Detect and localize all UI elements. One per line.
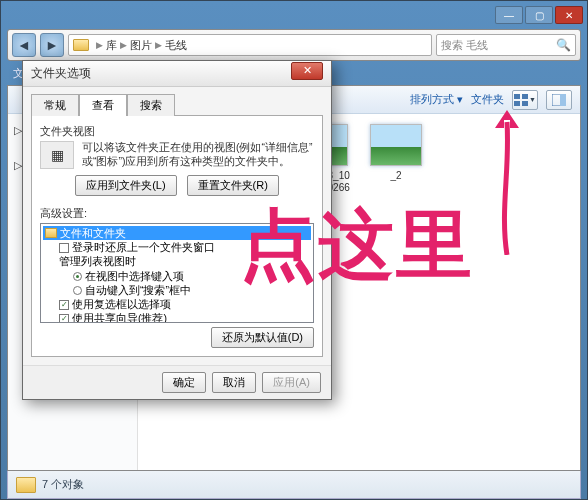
radio-icon (73, 286, 82, 295)
crumb[interactable]: 库 (106, 38, 117, 53)
svg-rect-2 (514, 101, 520, 106)
tree-item-label: 在视图中选择键入项 (85, 270, 184, 282)
file-name: _2 (366, 170, 426, 182)
view-grid-icon (514, 94, 528, 106)
advanced-label: 高级设置: (40, 206, 314, 221)
tree-item[interactable]: 自动键入到“搜索”框中 (59, 283, 311, 297)
arrange-by-link[interactable]: 排列方式 ▾ (410, 92, 463, 107)
tree-item[interactable]: ✓使用复选框以选择项 (59, 297, 311, 311)
tab-search[interactable]: 搜索 (127, 94, 175, 116)
section-title: 文件夹视图 (40, 124, 314, 139)
checkbox-icon (59, 243, 69, 253)
chevron-right-icon: ▶ (155, 40, 162, 50)
tree-item-label: 使用共享向导(推荐) (72, 312, 167, 323)
chevron-right-icon: ▶ (120, 40, 127, 50)
folder-icon (73, 39, 89, 51)
back-button[interactable]: ◄ (12, 33, 36, 57)
crumb[interactable]: 图片 (130, 38, 152, 53)
apply-to-folders-button[interactable]: 应用到文件夹(L) (75, 175, 176, 196)
tree-item-label: 自动键入到“搜索”框中 (85, 284, 191, 296)
nav-bar: ◄ ► ▶ 库 ▶ 图片 ▶ 毛线 搜索 毛线 🔍 (7, 29, 581, 61)
preview-pane-icon (552, 94, 566, 106)
cancel-button[interactable]: 取消 (212, 372, 256, 393)
folder-view-icon: ▦ (40, 141, 74, 169)
view-options-button[interactable]: ▼ (512, 90, 538, 110)
forward-button[interactable]: ► (40, 33, 64, 57)
tree-item-label: 管理列表视图时 (59, 255, 136, 267)
advanced-tree[interactable]: 文件和文件夹 登录时还原上一个文件夹窗口管理列表视图时在视图中选择键入项自动键入… (40, 223, 314, 323)
file-thumb[interactable]: _2 (366, 124, 426, 182)
tree-item-label: 登录时还原上一个文件夹窗口 (72, 241, 215, 253)
expand-icon: ▷ (14, 124, 22, 137)
ok-button[interactable]: 确定 (162, 372, 206, 393)
section-desc: 可以将该文件夹正在使用的视图(例如“详细信息”或“图标”)应用到所有这种类型的文… (82, 141, 314, 168)
status-bar: 7 个对象 (7, 471, 581, 499)
svg-rect-1 (522, 94, 528, 99)
folder-options-dialog: 文件夹选项 ✕ 常规 查看 搜索 文件夹视图 ▦ 可以将该文件夹正在使用的视图(… (22, 60, 332, 400)
tab-strip: 常规 查看 搜索 (23, 87, 331, 115)
tree-item[interactable]: 管理列表视图时 (59, 254, 311, 268)
chevron-down-icon: ▼ (529, 96, 536, 103)
svg-rect-3 (522, 101, 528, 106)
svg-rect-0 (514, 94, 520, 99)
radio-icon (73, 272, 82, 281)
folders-link[interactable]: 文件夹 (471, 92, 504, 107)
tree-item[interactable]: 登录时还原上一个文件夹窗口 (59, 240, 311, 254)
breadcrumb[interactable]: ▶ 库 ▶ 图片 ▶ 毛线 (68, 34, 432, 56)
restore-defaults-button[interactable]: 还原为默认值(D) (211, 327, 314, 348)
search-input[interactable]: 搜索 毛线 🔍 (436, 34, 576, 56)
tree-item[interactable]: ✓使用共享向导(推荐) (59, 311, 311, 323)
tab-panel-view: 文件夹视图 ▦ 可以将该文件夹正在使用的视图(例如“详细信息”或“图标”)应用到… (31, 115, 323, 357)
checkbox-icon: ✓ (59, 314, 69, 323)
close-button[interactable]: ✕ (555, 6, 583, 24)
image-thumb-icon (370, 124, 422, 166)
chevron-right-icon: ▶ (96, 40, 103, 50)
tree-root[interactable]: 文件和文件夹 (43, 226, 311, 240)
tree-root-label: 文件和文件夹 (60, 226, 126, 240)
search-icon: 🔍 (556, 38, 571, 52)
tree-item[interactable]: 在视图中选择键入项 (59, 269, 311, 283)
dialog-footer: 确定 取消 应用(A) (23, 365, 331, 399)
folder-icon (45, 228, 57, 238)
folder-icon (16, 477, 36, 493)
tree-item-label: 使用复选框以选择项 (72, 298, 171, 310)
tab-view[interactable]: 查看 (79, 94, 127, 116)
tab-general[interactable]: 常规 (31, 94, 79, 116)
dialog-close-button[interactable]: ✕ (291, 62, 323, 80)
expand-icon: ▷ (14, 159, 22, 172)
dialog-title: 文件夹选项 (31, 65, 91, 82)
minimize-button[interactable]: — (495, 6, 523, 24)
crumb[interactable]: 毛线 (165, 38, 187, 53)
reset-folders-button[interactable]: 重置文件夹(R) (187, 175, 279, 196)
checkbox-icon: ✓ (59, 300, 69, 310)
dialog-titlebar[interactable]: 文件夹选项 ✕ (23, 61, 331, 87)
apply-button[interactable]: 应用(A) (262, 372, 321, 393)
maximize-button[interactable]: ▢ (525, 6, 553, 24)
svg-rect-5 (560, 94, 566, 106)
status-text: 7 个对象 (42, 477, 84, 492)
search-placeholder: 搜索 毛线 (441, 38, 488, 53)
preview-pane-button[interactable] (546, 90, 572, 110)
titlebar: — ▢ ✕ (1, 1, 587, 29)
